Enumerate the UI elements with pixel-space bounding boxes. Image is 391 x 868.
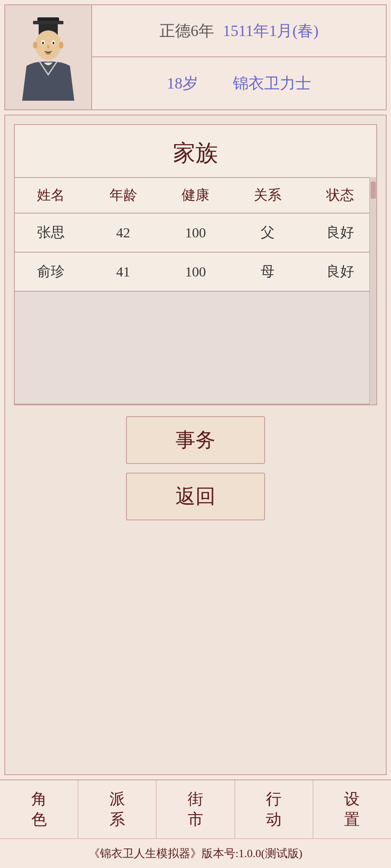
nav-item-settings[interactable]: 设置 xyxy=(313,780,391,838)
svg-point-11 xyxy=(59,42,63,49)
nav-item-action[interactable]: 行动 xyxy=(235,780,313,838)
table-row[interactable]: 俞珍 41 100 母 良好 xyxy=(15,252,376,291)
family-table: 姓名 年龄 健康 关系 状态 张思 42 100 父 良好 xyxy=(15,177,376,404)
header: 正德6年 1511年1月(春) 18岁 锦衣卫力士 xyxy=(4,4,387,110)
bottom-nav: 角色 派系 街市 行动 设置 xyxy=(0,779,391,838)
nav-item-character[interactable]: 角色 xyxy=(0,780,78,838)
col-name: 姓名 xyxy=(15,178,87,213)
col-health: 健康 xyxy=(159,178,232,213)
header-info: 正德6年 1511年1月(春) 18岁 锦衣卫力士 xyxy=(92,5,386,109)
member-age-1: 41 xyxy=(87,252,159,291)
member-relation-0: 父 xyxy=(232,213,304,252)
member-health-1: 100 xyxy=(159,252,232,291)
back-button[interactable]: 返回 xyxy=(126,473,265,520)
svg-point-9 xyxy=(46,51,51,55)
nav-item-faction[interactable]: 派系 xyxy=(78,780,156,838)
empty-area xyxy=(15,291,376,404)
family-table-container: 姓名 年龄 健康 关系 状态 张思 42 100 父 良好 xyxy=(15,177,376,404)
family-panel: 家族 姓名 年龄 健康 关系 状态 张思 42 100 xyxy=(14,124,377,405)
col-relation: 关系 xyxy=(232,178,304,213)
header-title: 锦衣卫力士 xyxy=(233,73,311,94)
member-health-0: 100 xyxy=(159,213,232,252)
header-date: 1511年1月(春) xyxy=(223,20,319,42)
affairs-button[interactable]: 事务 xyxy=(126,416,265,464)
header-status-row: 18岁 锦衣卫力士 xyxy=(92,57,386,109)
svg-point-8 xyxy=(47,45,50,49)
col-status: 状态 xyxy=(304,178,376,213)
member-status-1: 良好 xyxy=(304,252,376,291)
footer-text: 《锦衣卫人生模拟器》版本号:1.0.0(测试版) xyxy=(89,847,303,860)
nav-item-market[interactable]: 街市 xyxy=(156,780,235,838)
col-age: 年龄 xyxy=(87,178,159,213)
action-buttons: 事务 返回 xyxy=(14,416,377,529)
svg-point-10 xyxy=(33,42,37,49)
svg-point-6 xyxy=(42,42,44,44)
main-content: 家族 姓名 年龄 健康 关系 状态 张思 42 100 xyxy=(4,115,387,775)
header-date-row: 正德6年 1511年1月(春) xyxy=(92,5,386,57)
header-age: 18岁 xyxy=(167,73,198,94)
member-name-0: 张思 xyxy=(15,213,87,252)
member-age-0: 42 xyxy=(87,213,159,252)
header-year: 正德6年 xyxy=(159,20,214,42)
table-row[interactable]: 张思 42 100 父 良好 xyxy=(15,213,376,252)
family-title: 家族 xyxy=(15,125,376,177)
svg-point-7 xyxy=(53,42,54,44)
member-name-1: 俞珍 xyxy=(15,252,87,291)
footer: 《锦衣卫人生模拟器》版本号:1.0.0(测试版) xyxy=(0,838,391,868)
avatar xyxy=(5,5,92,109)
table-header-row: 姓名 年龄 健康 关系 状态 xyxy=(15,178,376,213)
member-status-0: 良好 xyxy=(304,213,376,252)
scrollbar[interactable] xyxy=(369,177,376,404)
member-relation-1: 母 xyxy=(232,252,304,291)
scroll-thumb xyxy=(371,181,376,199)
